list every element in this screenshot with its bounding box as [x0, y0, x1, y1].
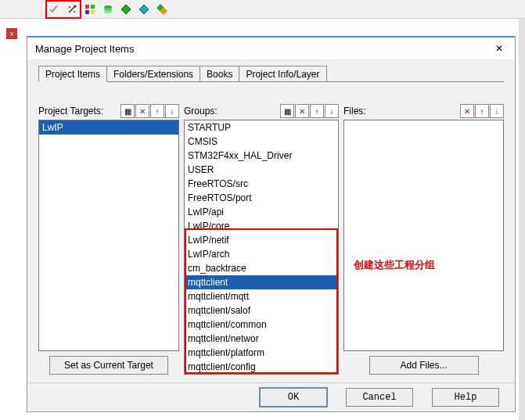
dialog-body: Project Items Folders/Extensions Books P…	[27, 60, 515, 382]
dialog-titlebar: Manage Project Items ✕	[27, 38, 515, 60]
add-files-button[interactable]: Add Files...	[369, 356, 479, 375]
files-up-button[interactable]: ↑	[475, 104, 489, 118]
targets-down-button[interactable]: ↓	[165, 104, 179, 118]
groups-label: Groups:	[184, 106, 218, 117]
manage-project-items-dialog: Manage Project Items ✕ Project Items Fol…	[27, 36, 516, 412]
project-targets-label: Project Targets:	[38, 106, 103, 117]
svg-point-1	[74, 11, 75, 13]
diamond-teal-icon[interactable]	[135, 1, 153, 18]
project-targets-column: Project Targets: ▦ ✕ ↑ ↓ LwIP Set as Cur…	[38, 102, 179, 375]
dialog-button-row: OK Cancel Help	[27, 382, 515, 411]
check-icon[interactable]	[45, 1, 63, 18]
list-item[interactable]: FreeRTOS/port	[185, 191, 338, 205]
list-item[interactable]: LwIP/api	[185, 205, 338, 219]
groups-delete-button[interactable]: ✕	[295, 104, 309, 118]
tab-project-items[interactable]: Project Items	[38, 66, 107, 82]
columns-area: Project Targets: ▦ ✕ ↑ ↓ LwIP Set as Cur…	[38, 102, 504, 375]
list-item[interactable]: mqttclient/config	[185, 360, 338, 374]
annotation-text: 创建这些工程分组	[354, 258, 435, 272]
list-item[interactable]: STARTUP	[185, 120, 338, 135]
list-item[interactable]: USER	[185, 163, 338, 177]
panel-close-badge[interactable]: x	[6, 28, 17, 39]
list-item[interactable]: mqttclient/platform	[185, 346, 338, 360]
list-item[interactable]: mqttclient/salof	[185, 303, 338, 318]
project-targets-listbox[interactable]: LwIP	[38, 120, 179, 351]
set-as-current-target-button[interactable]: Set as Current Target	[49, 356, 168, 375]
help-button[interactable]: Help	[432, 388, 499, 407]
targets-up-button[interactable]: ↑	[150, 104, 164, 118]
files-column: Files: ✕ ↑ ↓ 创建这些工程分组 Add Files...	[343, 102, 504, 375]
groups-new-button[interactable]: ▦	[280, 104, 294, 118]
list-item[interactable]: mqttclient/mqtt	[185, 289, 338, 303]
tab-project-info-layer[interactable]: Project Info/Layer	[239, 66, 326, 81]
files-delete-button[interactable]: ✕	[460, 104, 474, 118]
groups-column: Groups: ▦ ✕ ↑ ↓ STARTUPCMSISSTM32F4xx_HA…	[184, 102, 339, 375]
files-label: Files:	[343, 106, 366, 117]
list-item[interactable]: LwIP/netif	[185, 233, 338, 247]
list-item[interactable]: mqttclient/common	[185, 318, 338, 332]
list-item[interactable]: LwIP	[39, 120, 178, 135]
svg-rect-5	[85, 10, 89, 14]
list-item[interactable]: CMSIS	[185, 135, 338, 149]
targets-delete-button[interactable]: ✕	[135, 104, 149, 118]
cancel-button[interactable]: Cancel	[346, 388, 413, 407]
wand-icon[interactable]	[63, 1, 81, 18]
files-listbox[interactable]: 创建这些工程分组	[343, 120, 504, 351]
tab-books[interactable]: Books	[200, 66, 239, 81]
list-item[interactable]: LwIP/arch	[185, 247, 338, 261]
tab-bar: Project Items Folders/Extensions Books P…	[38, 65, 504, 82]
targets-new-button[interactable]: ▦	[120, 104, 135, 118]
svg-rect-4	[91, 5, 95, 9]
diamond-green-icon[interactable]	[117, 1, 135, 18]
svg-point-2	[74, 5, 77, 7]
outer-right-strip	[519, 19, 525, 420]
svg-rect-6	[91, 10, 95, 14]
ok-button[interactable]: OK	[260, 388, 327, 407]
list-item[interactable]: cm_backtrace	[185, 261, 338, 275]
groups-up-button[interactable]: ↑	[310, 104, 324, 118]
close-icon[interactable]: ✕	[491, 41, 507, 56]
list-item[interactable]: mqttclient	[185, 275, 338, 289]
tab-folders-extensions[interactable]: Folders/Extensions	[106, 66, 200, 81]
boxes-icon[interactable]	[81, 1, 99, 18]
files-down-button[interactable]: ↓	[490, 104, 504, 118]
list-item[interactable]: mqttclient/networ	[185, 332, 338, 346]
app-toolbar	[0, 0, 525, 19]
list-item[interactable]: FreeRTOS/src	[185, 177, 338, 191]
svg-rect-3	[85, 5, 89, 9]
dialog-title: Manage Project Items	[35, 43, 134, 55]
groups-listbox[interactable]: STARTUPCMSISSTM32F4xx_HAL_DriverUSERFree…	[184, 120, 339, 375]
svg-point-9	[104, 10, 112, 13]
diamond-multi-icon[interactable]	[153, 1, 171, 18]
list-item[interactable]: STM32F4xx_HAL_Driver	[185, 149, 338, 163]
stack-icon[interactable]	[99, 1, 117, 18]
svg-point-0	[69, 6, 70, 8]
list-item[interactable]: LwIP/core	[185, 219, 338, 233]
groups-down-button[interactable]: ↓	[325, 104, 339, 118]
